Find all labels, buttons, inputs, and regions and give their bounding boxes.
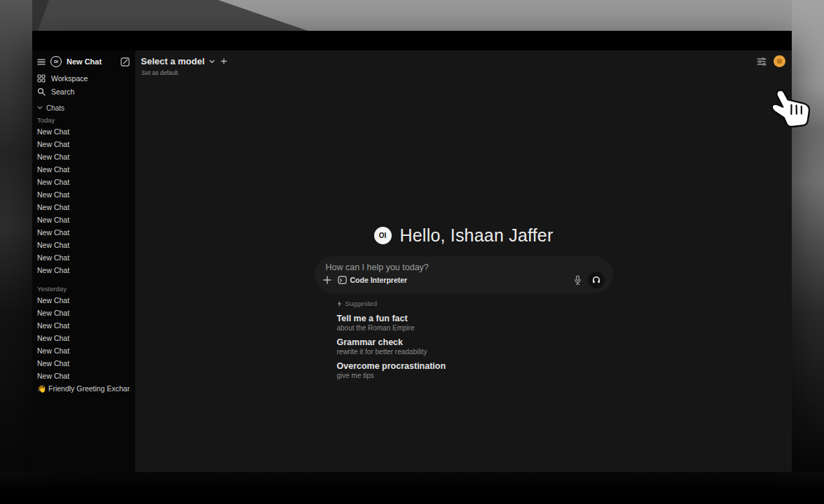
sidebar-title: New Chat xyxy=(67,57,116,66)
suggested-prompts: Tell me a fun fact about the Roman Empir… xyxy=(337,314,613,380)
desktop-background-right xyxy=(792,0,824,504)
code-interpreter-label: Code Interpreter xyxy=(350,276,408,284)
sidebar-item-search[interactable]: Search xyxy=(37,85,130,98)
suggested-prompt[interactable]: Grammar check rewrite it for better read… xyxy=(337,337,613,356)
chat-item[interactable]: New Chat xyxy=(37,239,130,251)
prompt-title: Grammar check xyxy=(337,337,613,347)
code-interpreter-icon xyxy=(338,276,347,284)
suggested-prompt[interactable]: Overcome procrastination give me tips xyxy=(337,361,613,380)
hamburger-icon xyxy=(37,59,46,65)
desktop-background-left xyxy=(0,0,32,504)
chat-item[interactable]: New Chat xyxy=(37,214,130,226)
chat-list-today: New ChatNew ChatNew ChatNew ChatNew Chat… xyxy=(37,125,130,276)
microphone-icon xyxy=(574,275,582,285)
add-model-button[interactable] xyxy=(221,58,227,64)
greeting-text: Hello, Ishaan Jaffer xyxy=(400,225,554,246)
prompt-title: Tell me a fun fact xyxy=(337,314,613,323)
sliders-icon xyxy=(757,57,767,66)
chat-item[interactable]: New Chat xyxy=(37,307,130,319)
chat-item[interactable]: New Chat xyxy=(37,370,130,382)
chat-item[interactable]: New Chat xyxy=(37,176,130,188)
new-chat-button[interactable] xyxy=(121,57,130,66)
microphone-button[interactable] xyxy=(574,275,582,285)
chat-item[interactable]: New Chat xyxy=(37,201,130,214)
welcome-block: OI Hello, Ishaan Jaffer xyxy=(315,225,613,385)
sidebar-item-workspace[interactable]: Workspace xyxy=(37,71,130,85)
chat-item[interactable]: New Chat xyxy=(37,294,130,307)
chat-item[interactable]: New Chat xyxy=(37,251,130,264)
sidebar: OI New Chat xyxy=(32,50,135,472)
chat-item[interactable]: New Chat xyxy=(37,319,130,332)
sidebar-item-label: Workspace xyxy=(51,74,88,83)
suggested-label: Suggested xyxy=(345,300,377,307)
composer-toolbar: Code Interpreter xyxy=(323,272,605,288)
voice-call-button[interactable] xyxy=(588,272,605,288)
model-selector-label: Select a model xyxy=(141,56,205,66)
app-window: OI New Chat xyxy=(32,31,792,472)
sidebar-header: OI New Chat xyxy=(37,55,130,69)
composer: Code Interpreter xyxy=(315,256,613,293)
main-area: Select a model xyxy=(135,50,792,472)
suggested-prompt[interactable]: Tell me a fun fact about the Roman Empir… xyxy=(337,314,613,332)
desktop: OI New Chat xyxy=(0,0,824,504)
prompt-subtitle: about the Roman Empire xyxy=(337,324,613,332)
attach-button[interactable] xyxy=(323,276,331,284)
chevron-down-icon xyxy=(209,59,215,64)
spacer xyxy=(37,276,130,282)
chat-item[interactable]: New Chat xyxy=(37,264,130,276)
set-default-link[interactable]: Set as default xyxy=(135,67,792,76)
code-interpreter-toggle[interactable]: Code Interpreter xyxy=(338,276,408,284)
chat-list-yesterday: New ChatNew ChatNew ChatNew ChatNew Chat… xyxy=(37,294,130,382)
chat-item[interactable]: New Chat xyxy=(37,344,130,357)
prompt-title: Overcome procrastination xyxy=(337,361,613,371)
bolt-icon xyxy=(337,300,342,307)
chat-item[interactable]: New Chat xyxy=(37,150,130,163)
topbar-right xyxy=(757,55,785,67)
chat-item[interactable]: New Chat xyxy=(37,332,130,344)
app-logo-icon: OI xyxy=(374,227,392,244)
headphones-icon xyxy=(592,273,600,287)
chat-item[interactable]: New Chat xyxy=(37,188,130,201)
greeting-row: OI Hello, Ishaan Jaffer xyxy=(315,225,613,246)
plus-icon xyxy=(221,58,227,64)
model-selector-button[interactable]: Select a model xyxy=(141,56,215,66)
chats-section-toggle[interactable]: Chats xyxy=(37,102,130,113)
pencil-square-icon xyxy=(121,57,130,66)
user-avatar[interactable] xyxy=(774,55,785,67)
search-icon xyxy=(37,88,46,96)
settings-button[interactable] xyxy=(757,57,767,66)
chat-group-label-today: Today xyxy=(37,115,130,125)
prompt-subtitle: give me tips xyxy=(337,372,613,380)
chat-item[interactable]: New Chat xyxy=(37,138,130,150)
chat-item-named[interactable]: 👋 Friendly Greeting Exchange xyxy=(37,382,130,395)
app-logo-icon: OI xyxy=(50,56,62,67)
window-top-strip xyxy=(32,31,792,50)
chat-group-label-yesterday: Yesterday xyxy=(37,284,130,294)
chat-item[interactable]: New Chat xyxy=(37,226,130,239)
suggested-section: Suggested Tell me a fun fact about the R… xyxy=(315,300,613,380)
topbar: Select a model xyxy=(135,50,792,67)
grid-icon xyxy=(37,74,46,83)
chat-item[interactable]: New Chat xyxy=(37,163,130,176)
sidebar-item-label: Search xyxy=(51,88,74,96)
sidebar-toggle-button[interactable] xyxy=(37,59,46,65)
chat-item[interactable]: New Chat xyxy=(37,357,130,370)
chats-section-label: Chats xyxy=(46,104,64,112)
chat-item[interactable]: New Chat xyxy=(37,125,130,138)
suggested-header: Suggested xyxy=(337,300,613,307)
chevron-down-icon xyxy=(37,106,43,110)
desktop-background-bottom xyxy=(0,472,824,504)
plus-icon xyxy=(323,276,331,284)
prompt-subtitle: rewrite it for better readability xyxy=(337,348,613,356)
